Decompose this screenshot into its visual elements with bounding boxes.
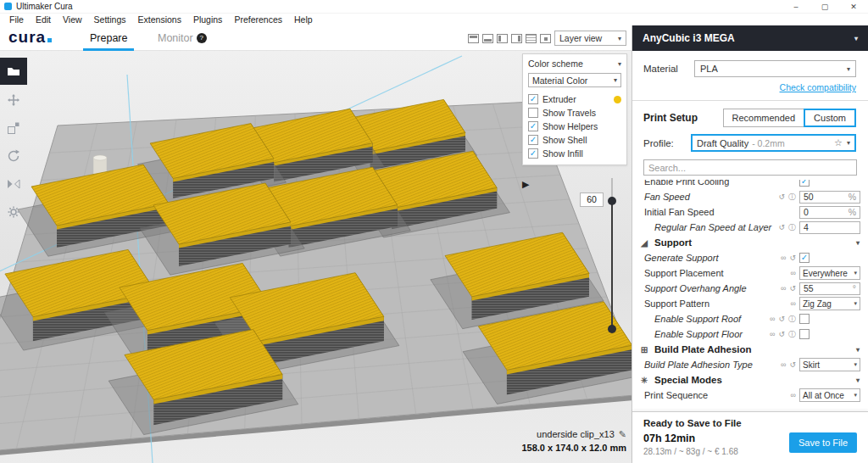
move-tool-button[interactable] <box>0 87 27 113</box>
custom-button[interactable]: Custom <box>804 109 856 127</box>
value-input[interactable]: 4 <box>799 221 860 234</box>
rename-pencil-icon[interactable]: ✎ <box>619 429 626 439</box>
maximize-button[interactable]: ▢ <box>810 0 839 14</box>
tab-monitor[interactable]: Monitor ? <box>158 25 207 51</box>
value-input[interactable]: 0% <box>799 206 860 219</box>
menu-view[interactable]: View <box>57 14 88 25</box>
app-header: cura Prepare Monitor ? Layer view ▾ <box>0 25 632 51</box>
value-dropdown[interactable]: Everywhere▾ <box>799 266 860 280</box>
menu-settings[interactable]: Settings <box>88 14 132 25</box>
category-support[interactable]: ◢Support▾ <box>632 235 868 250</box>
close-button[interactable]: ✕ <box>839 0 868 14</box>
minimize-button[interactable]: – <box>782 0 810 14</box>
checkbox[interactable]: ✓ <box>528 135 538 145</box>
open-file-button[interactable] <box>0 58 27 85</box>
view-option-extruder[interactable]: ✓Extruder <box>528 92 621 106</box>
category-build-plate-adhesion[interactable]: ⊞Build Plate Adhesion▾ <box>632 342 868 357</box>
info-icon[interactable]: ⓘ <box>788 222 796 233</box>
play-layer-animation-button[interactable]: ▶ <box>522 179 529 190</box>
value-checkbox[interactable]: ✓ <box>799 180 810 187</box>
category-special-modes[interactable]: ✳Special Modes▾ <box>632 372 868 388</box>
support-icon: ◢ <box>639 238 649 248</box>
profile-label: Profile: <box>643 138 691 148</box>
checkbox[interactable] <box>528 108 538 118</box>
link-icon[interactable]: ∞ <box>781 284 786 293</box>
info-icon[interactable]: ⓘ <box>788 329 796 340</box>
value-checkbox[interactable] <box>799 314 810 324</box>
view-option-show-infill[interactable]: ✓Show Infill <box>528 147 621 160</box>
tab-prepare[interactable]: Prepare <box>90 25 127 51</box>
view-3d-icon[interactable] <box>540 34 551 43</box>
material-dropdown[interactable]: PLA ▾ <box>694 60 856 77</box>
value-dropdown[interactable]: Skirt▾ <box>799 358 860 371</box>
mirror-tool-button[interactable] <box>0 171 27 197</box>
layer-slider-bottom-handle[interactable] <box>608 325 616 333</box>
setup-mode-toggle: Recommended Custom <box>723 109 857 127</box>
reset-icon[interactable]: ↺ <box>789 254 796 262</box>
view-left-icon[interactable] <box>497 34 508 43</box>
model-name: underside clip_x13 <box>537 429 615 439</box>
view-option-show-travels[interactable]: Show Travels <box>528 106 621 120</box>
link-icon[interactable]: ∞ <box>791 269 796 277</box>
layer-slider-range[interactable] <box>611 200 613 329</box>
left-toolbar <box>0 58 27 225</box>
view-top-icon[interactable] <box>468 34 479 43</box>
value-input[interactable]: 50% <box>799 191 860 204</box>
save-to-file-button[interactable]: Save to File <box>789 432 857 453</box>
view-option-show-shell[interactable]: ✓Show Shell <box>528 133 621 147</box>
reset-icon[interactable]: ↺ <box>778 192 785 201</box>
menu-extensions[interactable]: Extensions <box>132 14 187 25</box>
setting-support-overhang-angle: Support Overhang Angle∞↺55° <box>632 281 868 296</box>
color-scheme-dropdown[interactable]: Material Color ▾ <box>528 73 621 87</box>
printer-selector[interactable]: AnyCubic i3 MEGA ▾ <box>632 25 868 51</box>
link-icon[interactable]: ∞ <box>781 360 786 369</box>
recommended-button[interactable]: Recommended <box>723 109 805 127</box>
camera-preset-toolbar <box>468 34 551 43</box>
per-model-settings-button[interactable] <box>0 199 27 225</box>
value-input[interactable]: 55° <box>799 282 860 295</box>
scale-tool-button[interactable] <box>0 115 27 141</box>
link-icon[interactable]: ∞ <box>791 299 796 308</box>
view-mode-dropdown[interactable]: Layer view ▾ <box>554 31 626 46</box>
checkbox[interactable]: ✓ <box>528 121 538 131</box>
info-icon[interactable]: ⓘ <box>788 192 796 203</box>
link-icon[interactable]: ∞ <box>791 391 796 399</box>
color-scheme-header[interactable]: Color scheme ▾ <box>528 59 621 69</box>
reset-icon[interactable]: ↺ <box>778 330 785 338</box>
view-bottom-icon[interactable] <box>482 34 493 43</box>
value-checkbox[interactable] <box>799 329 810 339</box>
view-right-icon[interactable] <box>511 34 522 43</box>
settings-search-input[interactable] <box>643 159 857 176</box>
menu-edit[interactable]: Edit <box>30 14 57 25</box>
titlebar: Ultimaker Cura – ▢ ✕ <box>0 0 868 14</box>
menu-file[interactable]: File <box>3 14 30 25</box>
layer-slider-top-handle[interactable] <box>608 197 616 205</box>
info-icon[interactable]: ⓘ <box>788 314 796 325</box>
current-layer-value[interactable]: 60 <box>580 192 604 207</box>
reset-icon[interactable]: ↺ <box>778 315 785 323</box>
print-setup-label: Print Setup <box>643 112 723 124</box>
value-dropdown[interactable]: Zig Zag▾ <box>799 297 860 310</box>
checkbox[interactable]: ✓ <box>528 94 538 104</box>
reset-icon[interactable]: ↺ <box>778 223 785 232</box>
reset-icon[interactable]: ↺ <box>789 284 796 293</box>
menu-preferences[interactable]: Preferences <box>228 14 288 25</box>
reset-icon[interactable]: ↺ <box>789 360 796 369</box>
value-dropdown[interactable]: All at Once▾ <box>799 388 860 402</box>
rotate-tool-button[interactable] <box>0 143 27 169</box>
view-front-icon[interactable] <box>526 34 537 43</box>
chevron-down-icon: ▾ <box>854 361 857 368</box>
link-icon[interactable]: ∞ <box>781 254 786 262</box>
menu-help[interactable]: Help <box>288 14 319 25</box>
checkbox[interactable]: ✓ <box>528 148 538 159</box>
check-compatibility-link[interactable]: Check compatibility <box>632 82 856 92</box>
rotate-icon <box>7 149 20 163</box>
value-checkbox[interactable]: ✓ <box>799 253 810 263</box>
link-icon[interactable]: ∞ <box>770 315 775 323</box>
model-dimensions: 158.0 x 174.0 x 12.0 mm <box>521 443 626 453</box>
3d-viewport[interactable]: Color scheme ▾ Material Color ▾ ✓Extrude… <box>0 51 632 463</box>
view-option-show-helpers[interactable]: ✓Show Helpers <box>528 120 621 133</box>
link-icon[interactable]: ∞ <box>770 330 775 338</box>
menu-plugins[interactable]: Plugins <box>187 14 228 25</box>
profile-dropdown[interactable]: Draft Quality - 0.2mm ☆ ▾ <box>691 134 856 152</box>
